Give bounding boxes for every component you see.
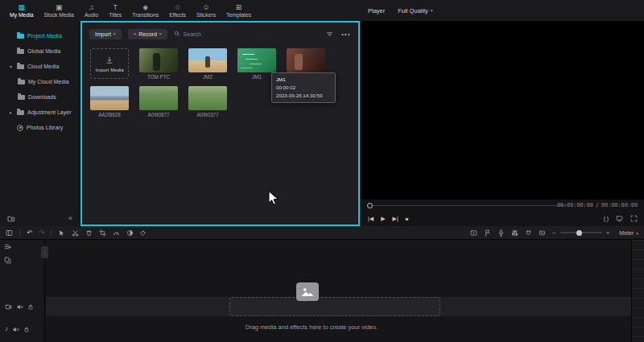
keyframe-icon[interactable]: ◇ <box>140 229 146 237</box>
media-item[interactable]: JM2 <box>188 48 227 80</box>
select-tool-icon[interactable] <box>58 229 65 237</box>
marker-flag-icon[interactable] <box>484 229 491 237</box>
tab-stickers[interactable]: ☺ Stickers <box>196 4 216 18</box>
zoom-slider[interactable] <box>560 232 602 233</box>
tab-stock-media[interactable]: ▣ Stock Media <box>43 4 73 18</box>
color-icon[interactable] <box>126 229 134 237</box>
media-item[interactable]: JM1 <box>237 48 276 80</box>
zoom-slider-knob[interactable] <box>576 230 582 236</box>
tab-templates[interactable]: ⊞ Templates <box>226 4 251 18</box>
media-item-label: A09I0877 <box>139 112 178 118</box>
import-button[interactable]: Import ▾ <box>89 29 122 39</box>
collapse-sidebar-icon[interactable]: « <box>68 215 72 222</box>
sidebar-item-my-cloud-media[interactable]: My Cloud Media <box>0 74 80 89</box>
media-thumbnail[interactable] <box>90 86 129 110</box>
fullscreen-icon[interactable] <box>630 215 638 222</box>
media-thumbnail[interactable] <box>139 48 178 72</box>
effects-icon: ☆ <box>175 4 181 11</box>
media-thumbnail[interactable] <box>188 86 227 110</box>
media-item[interactable]: A09I0377 <box>188 86 227 118</box>
audio-icon: ♫ <box>89 4 94 11</box>
speed-icon[interactable] <box>113 229 120 237</box>
media-panel-toggle-icon[interactable] <box>6 229 13 237</box>
snap-magnet-icon[interactable] <box>525 229 532 237</box>
media-item[interactable]: AA2I8628 <box>90 86 129 118</box>
tab-my-media[interactable]: ▦ My Media <box>10 4 33 18</box>
player-controls: 00:00:00:00 / 00:00:00:00 |◀ ▶ ▶| ■ ( ) <box>360 200 644 226</box>
tab-titles[interactable]: T Titles <box>109 4 122 18</box>
media-item-label: AA2I8628 <box>90 112 129 118</box>
search-input[interactable]: Search <box>174 31 201 37</box>
mute-track-icon[interactable] <box>16 303 23 311</box>
chevron-down-icon: ▾ <box>114 31 116 36</box>
media-item[interactable]: TOM PTC <box>139 48 178 80</box>
media-item-label: TOM PTC <box>139 74 178 80</box>
sidebar-item-downloads[interactable]: Downloads <box>0 89 80 105</box>
lock-track-icon[interactable] <box>23 326 30 332</box>
more-options-icon[interactable]: ••• <box>341 31 351 37</box>
play-icon[interactable]: ▶ <box>381 216 385 222</box>
import-media-tile[interactable]: Import Media <box>90 48 129 79</box>
sidebar-item-photos-library[interactable]: Photos Library <box>0 120 80 135</box>
player-label: Player <box>368 7 385 14</box>
stop-icon[interactable]: ■ <box>406 216 409 221</box>
split-scissors-icon[interactable] <box>72 229 79 237</box>
sidebar-item-project-media[interactable]: Project Media <box>0 28 80 43</box>
compound-clip-icon[interactable] <box>4 257 11 264</box>
mark-in-out-icon[interactable]: ( ) <box>604 216 609 221</box>
media-thumbnail[interactable] <box>237 48 276 72</box>
preview-player: 00:00:00:00 / 00:00:00:00 |◀ ▶ ▶| ■ ( ) <box>360 21 644 226</box>
titles-icon: T <box>114 4 118 11</box>
sidebar-item-cloud-media[interactable]: ▾ Cloud Media <box>0 59 80 74</box>
sort-icon[interactable] <box>326 31 333 38</box>
zoom-out-icon[interactable]: − <box>552 229 556 237</box>
media-item[interactable]: A09I0877 <box>139 86 178 118</box>
crop-icon[interactable] <box>99 229 106 237</box>
audio-track-icon[interactable]: ♪ <box>5 326 8 332</box>
fit-timeline-icon[interactable] <box>539 229 546 237</box>
panel-resize-handle[interactable]: ⋮ <box>41 246 48 258</box>
chevron-right-icon[interactable]: ▸ <box>8 109 14 115</box>
preview-view-controls: ( ) <box>604 215 638 222</box>
sidebar-item-adjustment-layer[interactable]: ▸ Adjustment Layer <box>0 105 80 120</box>
zoom-in-icon[interactable]: + <box>606 229 610 237</box>
display-icon[interactable] <box>616 215 623 222</box>
media-thumbnail[interactable] <box>139 86 178 110</box>
manage-tracks-icon[interactable] <box>4 243 11 250</box>
chevron-down-icon: ▾ <box>159 31 162 36</box>
quality-dropdown[interactable]: Full Quality ▾ <box>398 7 432 14</box>
sidebar-item-global-media[interactable]: Global Media <box>0 43 80 59</box>
undo-icon[interactable]: ↶ <box>27 229 32 237</box>
tab-transitions[interactable]: ◈ Transitions <box>132 4 159 18</box>
tab-label: Titles <box>109 12 122 18</box>
redo-icon[interactable]: ↷ <box>39 229 44 237</box>
step-forward-icon[interactable]: ▶| <box>393 216 398 222</box>
voiceover-mic-icon[interactable] <box>497 229 505 237</box>
track-area[interactable]: Drag media and effects here to create yo… <box>46 240 632 342</box>
render-preview-icon[interactable] <box>470 229 477 237</box>
chevron-down-icon[interactable]: ▾ <box>8 64 14 69</box>
mute-track-icon[interactable] <box>12 326 19 333</box>
meter-toggle[interactable]: Meter ▴ <box>619 230 638 236</box>
playhead-handle[interactable] <box>367 203 373 208</box>
media-thumbnail[interactable] <box>287 48 325 72</box>
tab-effects[interactable]: ☆ Effects <box>169 4 186 18</box>
templates-icon: ⊞ <box>236 4 242 11</box>
lock-track-icon[interactable] <box>27 303 34 310</box>
video-track-icon[interactable] <box>5 303 12 311</box>
delete-icon[interactable] <box>85 229 93 237</box>
media-panel-toolbar: Import ▾ ● Record ▾ Search ••• <box>82 25 358 43</box>
transport-controls: |◀ ▶ ▶| ■ <box>368 216 408 222</box>
sidebar-item-label: Global Media <box>27 48 60 54</box>
tab-label: Templates <box>226 12 251 18</box>
seek-bar[interactable] <box>373 205 568 206</box>
record-button[interactable]: ● Record ▾ <box>128 29 167 39</box>
step-backward-icon[interactable]: |◀ <box>368 216 374 222</box>
media-drop-zone[interactable] <box>229 297 440 316</box>
timecode-separator: / <box>596 202 599 208</box>
tab-audio[interactable]: ♫ Audio <box>85 4 98 18</box>
mixer-icon[interactable] <box>511 229 518 237</box>
media-thumbnail[interactable] <box>188 48 227 72</box>
import-tile-label: Import Media <box>95 68 123 72</box>
new-folder-icon[interactable] <box>7 215 15 222</box>
